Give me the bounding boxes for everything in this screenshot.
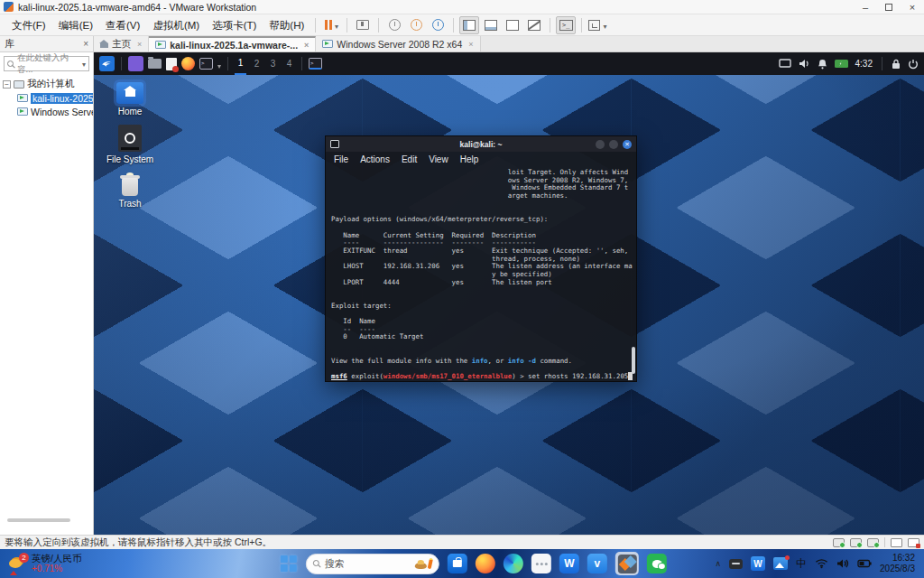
lock-screen-icon[interactable]: [892, 59, 901, 70]
tree-node-my-computer[interactable]: 我的计算机: [3, 77, 93, 91]
thumbnail-bar-icon: [485, 20, 497, 31]
terminal-minimize-button[interactable]: [596, 140, 605, 149]
ctrl-alt-del-button[interactable]: [353, 16, 373, 34]
taskbar-search-box[interactable]: 搜索: [306, 554, 439, 574]
taskbar-icon-w-app[interactable]: W: [559, 554, 579, 573]
workspace-4[interactable]: 4: [283, 53, 295, 74]
terminal-menu-edit[interactable]: Edit: [402, 154, 417, 164]
tray-device-icon[interactable]: [729, 559, 743, 569]
library-search-input[interactable]: 在此处键入内容...: [4, 56, 89, 71]
text-editor-icon[interactable]: [166, 58, 177, 70]
desktop-icon-trash[interactable]: Trash: [118, 172, 141, 209]
vm-console[interactable]: 1 2 3 4 4:32: [94, 52, 924, 535]
taskbar-widget[interactable]: 2 英镑/人民币 +0.71%: [0, 549, 90, 578]
menu-file[interactable]: 文件(F): [5, 14, 52, 36]
notifications-bell-icon[interactable]: [818, 59, 827, 70]
battery-icon[interactable]: [835, 60, 848, 68]
taskbar-icon-vmware-active[interactable]: [615, 552, 639, 575]
kali-menu-icon[interactable]: [99, 56, 115, 71]
taskbar-icon-app[interactable]: [531, 554, 551, 573]
tray-clock[interactable]: 16:32 2025/8/3: [880, 553, 915, 575]
display-icon[interactable]: [779, 59, 791, 69]
library-close-icon[interactable]: ×: [83, 39, 88, 49]
terminal-close-button[interactable]: [623, 140, 632, 149]
manage-snapshots-button[interactable]: [428, 16, 448, 34]
tab-close-icon[interactable]: ×: [137, 40, 142, 49]
wifi-icon[interactable]: [815, 558, 828, 569]
tray-screenshot-icon[interactable]: [773, 557, 788, 570]
tab-close-icon[interactable]: ×: [304, 41, 309, 50]
terminal-menu-file[interactable]: File: [334, 154, 348, 164]
tab-close-icon[interactable]: ×: [468, 40, 473, 49]
revert-snapshot-button[interactable]: [406, 16, 426, 34]
terminal-window[interactable]: kali@kali: ~ File Actions Edit View Help: [325, 135, 637, 382]
taskbar-icon-edge[interactable]: [504, 554, 523, 573]
file-manager-icon[interactable]: [148, 59, 162, 69]
firefox-icon[interactable]: [181, 57, 195, 70]
volume-icon[interactable]: [836, 558, 849, 569]
battery-icon[interactable]: [857, 559, 872, 568]
virtual-device-status-icon[interactable]: [891, 538, 902, 547]
terminal-menubar: File Actions Edit View Help: [326, 152, 636, 167]
sidebar-horizontal-scrollbar[interactable]: [7, 518, 70, 522]
taskbar-icon-wechat[interactable]: [647, 554, 667, 573]
search-icon: [7, 61, 14, 68]
hard-disk-status-icon[interactable]: [833, 538, 845, 547]
restore-button[interactable]: [877, 0, 901, 14]
kali-clock[interactable]: 4:32: [855, 59, 873, 69]
taskbar-icon-store[interactable]: [448, 554, 467, 573]
close-button[interactable]: ×: [901, 0, 924, 14]
tree-node-winserver-vm[interactable]: Windows Serve: [3, 105, 93, 118]
workspace-2[interactable]: 2: [251, 53, 263, 74]
fullscreen-button[interactable]: [503, 16, 522, 34]
menu-help[interactable]: 帮助(H): [263, 14, 310, 36]
show-desktop-icon[interactable]: [128, 56, 143, 71]
toggle-thumbnail-bar-button[interactable]: [481, 16, 501, 34]
tree-node-kali-vm[interactable]: kali-linux-2025.: [3, 91, 93, 105]
unity-button[interactable]: [524, 16, 544, 34]
menu-tabs[interactable]: 选项卡(T): [206, 14, 263, 36]
tab-home-label: 主页: [112, 38, 131, 51]
menu-edit[interactable]: 编辑(E): [52, 14, 99, 36]
library-header: 库 ×: [0, 36, 94, 51]
collapse-icon[interactable]: [3, 80, 11, 89]
menu-view[interactable]: 查看(V): [99, 14, 146, 36]
taskbar-icon-firefox[interactable]: [476, 554, 495, 573]
terminal-launcher-icon[interactable]: [199, 58, 213, 70]
tray-w-app-icon[interactable]: W: [751, 556, 765, 571]
ime-indicator[interactable]: 中: [796, 556, 807, 572]
console-view-button[interactable]: [556, 16, 576, 34]
tab-kali-vm[interactable]: kali-linux-2025.1a-vmware-... ×: [149, 36, 316, 51]
snapshot-icon: [389, 19, 401, 31]
take-snapshot-button[interactable]: [384, 16, 404, 34]
terminal-menu-help[interactable]: Help: [460, 154, 479, 164]
start-button[interactable]: [281, 555, 298, 573]
terminal-scrollbar[interactable]: [632, 347, 635, 374]
tab-home[interactable]: 主页 ×: [94, 36, 149, 51]
usb-status-icon[interactable]: [908, 538, 919, 547]
menu-vm[interactable]: 虚拟机(M): [146, 14, 206, 36]
power-icon[interactable]: [908, 59, 919, 70]
terminal-output[interactable]: loit Target. Only affects Wind ows Serve…: [326, 167, 636, 381]
open-terminal-window-icon[interactable]: [309, 58, 322, 70]
taskbar-icon-v-app[interactable]: v: [587, 554, 607, 573]
desktop-icon-filesystem[interactable]: File System: [106, 125, 153, 164]
terminal-menu-actions[interactable]: Actions: [360, 154, 390, 164]
network-adapter-status-icon[interactable]: [850, 538, 862, 547]
toggle-library-button[interactable]: [459, 16, 479, 34]
suspend-vm-button[interactable]: [321, 16, 341, 34]
workspace-1[interactable]: 1: [235, 52, 246, 75]
volume-icon[interactable]: [799, 59, 810, 69]
library-panel-icon: [463, 20, 476, 31]
terminal-titlebar[interactable]: kali@kali: ~: [326, 136, 636, 152]
minimize-button[interactable]: –: [854, 0, 877, 14]
tray-expand-chevron-icon[interactable]: ∧: [715, 559, 721, 568]
desktop-icon-home[interactable]: Home: [116, 82, 143, 117]
chevron-down-icon[interactable]: [217, 56, 221, 72]
terminal-menu-view[interactable]: View: [429, 154, 448, 164]
sound-status-icon[interactable]: [867, 538, 879, 547]
fit-guest-button[interactable]: [587, 16, 607, 34]
terminal-maximize-button[interactable]: [609, 140, 618, 149]
workspace-3[interactable]: 3: [267, 53, 279, 74]
tab-winserver-vm[interactable]: Windows Server 2008 R2 x64 ×: [316, 36, 480, 51]
